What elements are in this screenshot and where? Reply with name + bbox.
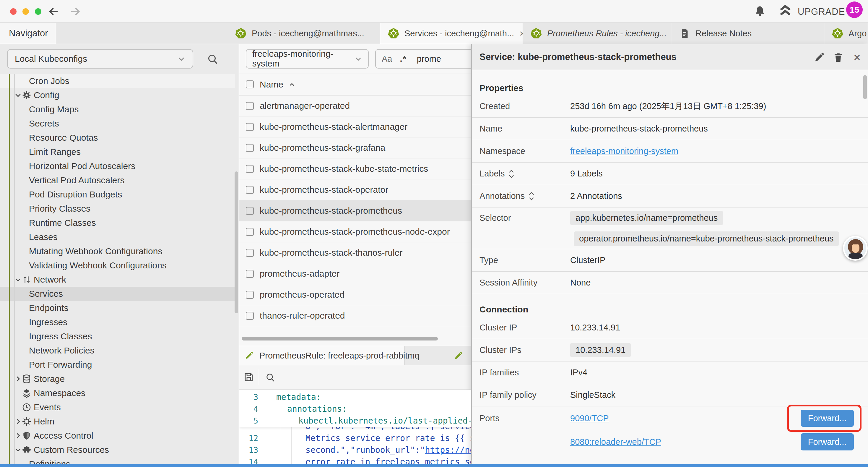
row-checkbox[interactable] — [246, 102, 254, 110]
sidebar-item-config[interactable]: Config — [0, 88, 235, 102]
row-checkbox[interactable] — [246, 144, 254, 152]
chevron-down-icon[interactable] — [14, 91, 22, 99]
tab-services-icecheng-math[interactable]: Services - icecheng@math...× — [380, 23, 523, 44]
save-icon[interactable] — [243, 372, 254, 382]
edit-pencil-icon[interactable] — [454, 351, 463, 360]
chevron-down-icon[interactable] — [14, 446, 22, 454]
table-row[interactable]: prometheus-operated — [239, 284, 471, 305]
table-row[interactable]: kube-prometheus-stack-thanos-ruler — [239, 242, 471, 263]
back-arrow-icon[interactable] — [48, 6, 60, 18]
chevron-right-icon[interactable] — [14, 418, 22, 425]
filter-input[interactable]: Aa .* prome — [375, 49, 471, 68]
sidebar-item-namespaces[interactable]: Namespaces — [0, 386, 235, 400]
upgrade-chevrons-icon[interactable] — [779, 4, 792, 18]
expand-collapse-icon[interactable] — [528, 191, 535, 201]
sidebar-item-vertical-pod-autoscalers[interactable]: Vertical Pod Autoscalers — [0, 173, 235, 187]
sidebar-item-custom-resources[interactable]: Custom Resources — [0, 443, 235, 457]
notification-count-badge[interactable]: 15 — [846, 1, 863, 18]
port-link[interactable]: 8080:reloader-web/TCP — [570, 437, 661, 447]
namespace-link[interactable]: freeleaps-monitoring-system — [570, 146, 678, 156]
sidebar-item-storage[interactable]: Storage — [0, 372, 235, 386]
sidebar-item-validating-webhook-configurations[interactable]: Validating Webhook Configurations — [0, 258, 235, 272]
yaml-editor[interactable]: 3metadata:4annotations:5kubectl.kubernet… — [239, 389, 471, 467]
sidebar-item-services[interactable]: Services — [0, 287, 235, 301]
sidebar-item-horizontal-pod-autoscalers[interactable]: Horizontal Pod Autoscalers — [0, 159, 235, 173]
sidebar-item-secrets[interactable]: Secrets — [0, 116, 235, 130]
sidebar-item-runtime-classes[interactable]: Runtime Classes — [0, 216, 235, 230]
row-checkbox[interactable] — [246, 228, 254, 236]
detail-scrollbar[interactable] — [863, 75, 867, 99]
code-link[interactable]: https://net — [425, 445, 471, 455]
close-panel-icon[interactable]: × — [852, 52, 862, 63]
sidebar-item-port-forwarding[interactable]: Port Forwarding — [0, 358, 235, 372]
table-row[interactable]: kube-prometheus-stack-alertmanager — [239, 116, 471, 138]
editor-tab-active[interactable]: PrometheusRule: freeleaps-prod-rabbitmq — [239, 346, 405, 365]
sidebar-item-pod-disruption-budgets[interactable]: Pod Disruption Budgets — [0, 187, 235, 202]
tab-pods-icecheng-mathmas[interactable]: Pods - icecheng@mathmas... — [227, 23, 380, 44]
horizontal-scrollbar-thumb[interactable] — [242, 337, 438, 341]
sidebar-item-network[interactable]: Network — [0, 272, 235, 287]
forward-button[interactable]: Forward... — [801, 433, 854, 450]
tab-prometheus-rules-icecheng[interactable]: Prometheus Rules - icecheng... — [523, 23, 671, 44]
table-header[interactable]: Name — [239, 74, 471, 95]
edit-pencil-icon[interactable] — [814, 52, 825, 63]
tab-release-notes[interactable]: Release Notes — [671, 23, 824, 44]
close-window-button[interactable] — [10, 8, 17, 15]
row-checkbox[interactable] — [246, 249, 254, 257]
match-case-toggle[interactable]: Aa — [382, 54, 392, 64]
table-row[interactable]: kube-prometheus-stack-prometheus — [239, 200, 471, 222]
table-row[interactable]: alertmanager-operated — [239, 95, 471, 116]
expand-collapse-icon[interactable] — [508, 169, 515, 179]
delete-trash-icon[interactable] — [833, 52, 843, 63]
sidebar-item-resource-quotas[interactable]: Resource Quotas — [0, 130, 235, 145]
navigator-panel-tab[interactable]: Navigator — [0, 23, 56, 44]
sidebar-item-priority-classes[interactable]: Priority Classes — [0, 202, 235, 216]
sidebar-search-icon[interactable] — [207, 53, 219, 65]
name-column-header[interactable]: Name — [260, 80, 283, 90]
forward-button[interactable]: Forward... — [801, 410, 854, 427]
sidebar-scrollbar[interactable] — [235, 171, 238, 313]
row-checkbox[interactable] — [246, 270, 254, 278]
chevron-right-icon[interactable] — [14, 375, 22, 383]
maximize-window-button[interactable] — [35, 8, 41, 15]
sort-ascending-icon[interactable] — [288, 81, 296, 88]
sidebar-item-endpoints[interactable]: Endpoints — [0, 301, 235, 315]
sidebar-item-ingress-classes[interactable]: Ingress Classes — [0, 329, 235, 344]
sidebar-item-access-control[interactable]: Access Control — [0, 429, 235, 443]
row-checkbox[interactable] — [246, 186, 254, 194]
forward-arrow-icon[interactable] — [69, 6, 81, 18]
table-row[interactable]: thanos-ruler-operated — [239, 305, 471, 326]
chevron-right-icon[interactable] — [14, 432, 22, 439]
minimize-window-button[interactable] — [23, 8, 29, 15]
select-all-checkbox[interactable] — [246, 80, 254, 88]
row-checkbox[interactable] — [246, 207, 254, 215]
table-row[interactable]: prometheus-adapter — [239, 263, 471, 284]
sidebar-item-mutating-webhook-configurations[interactable]: Mutating Webhook Configurations — [0, 244, 235, 258]
table-row[interactable]: kube-prometheus-stack-prometheus-node-ex… — [239, 222, 471, 242]
tab-argo-se[interactable]: Argo Se — [824, 23, 868, 44]
upgrade-label[interactable]: UPGRADE — [798, 6, 845, 17]
sidebar-item-events[interactable]: Events — [0, 400, 235, 414]
namespace-selector[interactable]: freeleaps-monitoring-system — [246, 49, 369, 68]
row-checkbox[interactable] — [246, 165, 254, 173]
sidebar-item-network-policies[interactable]: Network Policies — [0, 344, 235, 358]
sidebar-item-leases[interactable]: Leases — [0, 230, 235, 244]
port-link[interactable]: 9090/TCP — [570, 413, 609, 423]
horizontal-scrollbar[interactable] — [239, 337, 471, 341]
close-tab-icon[interactable]: × — [514, 28, 523, 39]
kubeconfig-selector[interactable]: Local Kubeconfigs — [7, 49, 193, 68]
row-checkbox[interactable] — [246, 312, 254, 320]
row-checkbox[interactable] — [246, 291, 254, 299]
user-avatar[interactable] — [843, 236, 868, 261]
regex-toggle[interactable]: .* — [400, 54, 406, 64]
sidebar-item-helm[interactable]: Helm — [0, 414, 235, 429]
sidebar-item-cron-jobs[interactable]: Cron Jobs — [0, 74, 235, 88]
editor-search-icon[interactable] — [265, 372, 275, 382]
sidebar-item-config-maps[interactable]: Config Maps — [0, 102, 235, 116]
row-checkbox[interactable] — [246, 123, 254, 131]
notifications-bell-icon[interactable] — [754, 5, 766, 18]
table-row[interactable]: kube-prometheus-stack-grafana — [239, 138, 471, 158]
sidebar-item-ingresses[interactable]: Ingresses — [0, 315, 235, 329]
sidebar-item-limit-ranges[interactable]: Limit Ranges — [0, 145, 235, 159]
chevron-down-icon[interactable] — [14, 276, 22, 284]
